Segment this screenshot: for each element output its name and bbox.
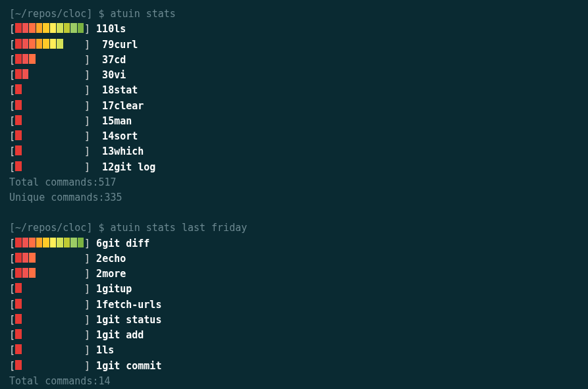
stats-command: echo [102, 251, 126, 267]
stats-row: [] 2 more [9, 267, 579, 282]
bar-empty [43, 115, 49, 125]
bar-segment [15, 161, 22, 171]
bar-empty [50, 54, 57, 64]
bar-segment [78, 23, 84, 33]
bar-segment [15, 130, 22, 140]
bar-empty [22, 360, 29, 370]
bar-empty [78, 283, 84, 293]
bar-segment [50, 238, 57, 247]
stats-row: [] 17 clear [9, 99, 579, 114]
bar-empty [64, 130, 70, 140]
bar-empty [78, 268, 84, 278]
stats-row: [] 15 man [9, 114, 579, 129]
stats-command: man [114, 114, 132, 129]
bar-segment [15, 329, 22, 339]
bar-empty [64, 115, 70, 125]
bar-empty [64, 253, 70, 263]
bar-empty [29, 100, 36, 110]
bar-empty [78, 344, 84, 354]
bracket-open: [ [9, 267, 15, 282]
bar-segment [70, 238, 77, 247]
bar-empty [43, 299, 49, 309]
bracket-close: ] [84, 144, 96, 159]
bar-empty [57, 253, 63, 263]
summary-label: Total commands: [9, 175, 98, 190]
bar-empty [70, 329, 77, 339]
bracket-close: ] [84, 251, 96, 267]
bar-segment [15, 69, 22, 79]
bar-empty [78, 54, 84, 64]
bar-empty [22, 344, 29, 354]
stats-count: 1 [96, 313, 102, 328]
bar-empty [64, 314, 70, 324]
bar-empty [36, 344, 43, 354]
summary-value: 517 [98, 175, 116, 190]
bracket-open: [ [9, 251, 15, 267]
bar-empty [50, 145, 57, 155]
bar-empty [70, 314, 77, 324]
prompt-command: atuin stats last friday [111, 222, 248, 234]
bar-empty [36, 253, 43, 263]
bar-segment [15, 314, 22, 324]
bar-empty [43, 54, 49, 64]
bar-empty [64, 84, 70, 94]
bar-segment [22, 253, 29, 263]
stats-count: 79 [96, 38, 114, 53]
bar-empty [64, 161, 70, 171]
prompt-line[interactable]: [~/repos/cloc] $ atuin stats last friday [9, 220, 579, 236]
bar-empty [70, 130, 77, 140]
bar-empty [78, 329, 84, 339]
stats-row: [] 13 which [9, 144, 579, 159]
bar-segment [22, 268, 29, 278]
stats-count: 17 [96, 99, 114, 114]
bar-empty [50, 360, 57, 370]
stats-count: 12 [96, 160, 114, 175]
prompt-line[interactable]: [~/repos/cloc] $ atuin stats [9, 7, 579, 22]
bar-segment [50, 23, 57, 33]
bar-empty [36, 145, 43, 155]
bar-empty [50, 283, 57, 293]
bar-empty [57, 268, 63, 278]
bar-empty [70, 39, 77, 49]
bracket-open: [ [9, 160, 15, 175]
stats-row: [] 110 ls [9, 22, 579, 37]
stats-command: git add [102, 328, 144, 343]
stats-count: 37 [96, 53, 114, 68]
bar-empty [36, 100, 43, 110]
bar-empty [36, 84, 43, 94]
bar-empty [22, 115, 29, 125]
bar-empty [43, 161, 49, 171]
bar-empty [22, 130, 29, 140]
bar-empty [29, 84, 36, 94]
bar-empty [57, 283, 63, 293]
bar-empty [57, 299, 63, 309]
bar-empty [36, 268, 43, 278]
bar-empty [43, 329, 49, 339]
bar-empty [78, 84, 84, 94]
bracket-open: [ [9, 99, 15, 114]
bar-empty [78, 360, 84, 370]
bracket-close: ] [84, 99, 96, 114]
bar-empty [50, 299, 57, 309]
bar-empty [29, 69, 36, 79]
bar-empty [43, 360, 49, 370]
bar-empty [78, 115, 84, 125]
bar-empty [57, 344, 63, 354]
bar-empty [57, 100, 63, 110]
bracket-close: ] [84, 38, 96, 53]
bar-segment [57, 238, 63, 247]
bar-empty [22, 145, 29, 155]
bar-segment [64, 238, 70, 247]
bar-empty [78, 299, 84, 309]
bar-empty [50, 268, 57, 278]
stats-command: stat [114, 83, 138, 98]
bracket-open: [ [9, 236, 15, 251]
bar-empty [70, 115, 77, 125]
bar-empty [29, 344, 36, 354]
stats-command: gitup [102, 282, 132, 297]
bracket-close: ] [84, 298, 96, 313]
bar-empty [36, 283, 43, 293]
stats-row: [] 1 git add [9, 328, 579, 343]
bar-empty [57, 84, 63, 94]
summary-value: 335 [105, 190, 122, 205]
